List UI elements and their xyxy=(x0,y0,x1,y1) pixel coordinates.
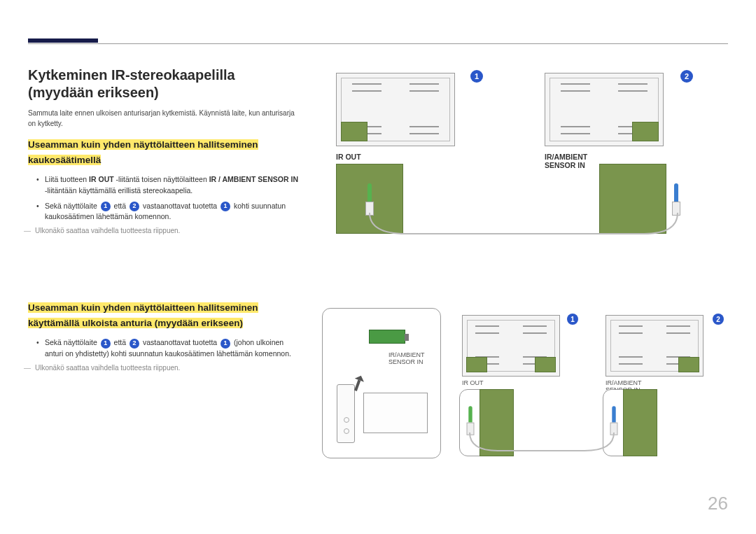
text-fragment: Liitä tuotteen xyxy=(45,175,89,183)
receiver-box-icon xyxy=(363,393,428,433)
section1-bullets: Liitä tuotteen IR OUT -liitäntä toisen n… xyxy=(28,174,301,223)
label-ir-ambient-small: IR/AMBIENT SENSOR IN xyxy=(388,352,425,366)
section2-heading: Useamman kuin yhden näyttölaitteen halli… xyxy=(28,302,258,328)
label-ir-out: IR OUT xyxy=(336,153,361,161)
monitor-back-icon xyxy=(606,315,704,377)
num-badge-1: 1 xyxy=(470,70,483,83)
cable-icon xyxy=(364,213,686,241)
text-fragment: -liitäntään käyttämällä erillistä stereo… xyxy=(45,186,192,195)
remote-control-icon xyxy=(337,384,355,443)
jack-plug-green-icon xyxy=(365,183,374,216)
monitor2-group xyxy=(545,73,664,146)
text-fragment: IR/AMBIENT xyxy=(388,351,425,358)
text-fragment: SENSOR IN xyxy=(388,358,424,365)
section1-note: Ulkonäkö saattaa vaihdella tuotteesta ri… xyxy=(28,227,301,234)
section2-bullets: Sekä näyttölaite 1 että 2 vastaanottavat… xyxy=(28,337,301,360)
text-fragment: että xyxy=(112,202,128,210)
manual-page: Kytkeminen IR-stereokaapelilla (myydään … xyxy=(0,0,756,534)
num-badge-1: 1 xyxy=(220,339,230,349)
section2-bullet1: Sekä näyttölaite 1 että 2 vastaanottavat… xyxy=(45,337,301,360)
jack-plug-blue-icon xyxy=(610,406,618,435)
monitor1-group xyxy=(336,73,455,146)
diagram-top: 1 2 IR OUT IR/AMBIENT SENSOR IN xyxy=(322,66,735,248)
header-accent-bar xyxy=(28,38,98,43)
text-bold: IR / AMBIENT SENSOR IN xyxy=(209,175,298,183)
diagram-bottom: IR/AMBIENT SENSOR IN 1 xyxy=(322,308,735,465)
external-sensor-icon xyxy=(369,330,405,344)
text-fragment: että xyxy=(112,338,128,346)
text-bold: IR OUT xyxy=(89,175,114,183)
jack-plug-blue-icon xyxy=(672,183,680,216)
header-rule xyxy=(28,43,728,44)
monitor-back-icon xyxy=(462,315,560,377)
page-title: Kytkeminen IR-stereokaapelilla (myydään … xyxy=(28,66,301,101)
label-sensor-in: SENSOR IN xyxy=(545,161,587,169)
cable-icon xyxy=(465,433,620,458)
section1-bullet2: Sekä näyttölaite 1 että 2 vastaanottavat… xyxy=(45,201,301,223)
section1-bullet1: Liitä tuotteen IR OUT -liitäntä toisen n… xyxy=(45,174,301,197)
arrow-up-icon xyxy=(351,372,367,393)
monitor2b-group xyxy=(606,315,704,377)
text-fragment: Sekä näyttölaite xyxy=(45,202,99,210)
text-column: Kytkeminen IR-stereokaapelilla (myydään … xyxy=(28,66,301,372)
label-ir-ambient-small: IR/AMBIENT xyxy=(606,379,642,386)
num-badge-2: 2 xyxy=(713,314,724,325)
monitor-back-icon xyxy=(545,73,664,146)
text-fragment: vastaanottavat tuotetta xyxy=(141,202,219,210)
num-badge-1: 1 xyxy=(101,339,111,349)
section2-heading-block: Useamman kuin yhden näyttölaitteen halli… xyxy=(28,300,301,330)
monitor1b-group xyxy=(462,315,560,377)
num-badge-1: 1 xyxy=(567,314,578,325)
section1-heading-block: Useamman kuin yhden näyttölaitteen halli… xyxy=(28,137,301,167)
label-ir-ambient-group: IR/AMBIENT SENSOR IN xyxy=(545,153,587,169)
label-ir-ambient: IR/AMBIENT xyxy=(545,153,587,161)
section2-note: Ulkonäkö saattaa vaihdella tuotteesta ri… xyxy=(28,364,301,372)
jack-plug-green-icon xyxy=(467,406,475,435)
num-badge-1: 1 xyxy=(101,202,111,211)
monitor-back-icon xyxy=(336,73,455,146)
text-fragment: Sekä näyttölaite xyxy=(45,338,99,346)
section1-heading: Useamman kuin yhden näyttölaitteen halli… xyxy=(28,139,258,165)
num-badge-1: 1 xyxy=(220,202,230,211)
label-ir-out-small: IR OUT xyxy=(462,379,484,386)
intro-paragraph: Sammuta laite ennen ulkoisen anturisarja… xyxy=(28,108,301,129)
page-number: 26 xyxy=(708,493,728,514)
num-badge-2: 2 xyxy=(680,70,693,83)
num-badge-2: 2 xyxy=(130,339,139,349)
text-fragment: vastaanottavat tuotetta xyxy=(141,338,219,346)
text-fragment: -liitäntä toisen näyttölaitteen xyxy=(114,175,209,183)
sensor-enclosure: IR/AMBIENT SENSOR IN xyxy=(322,308,441,458)
num-badge-2: 2 xyxy=(130,202,139,211)
